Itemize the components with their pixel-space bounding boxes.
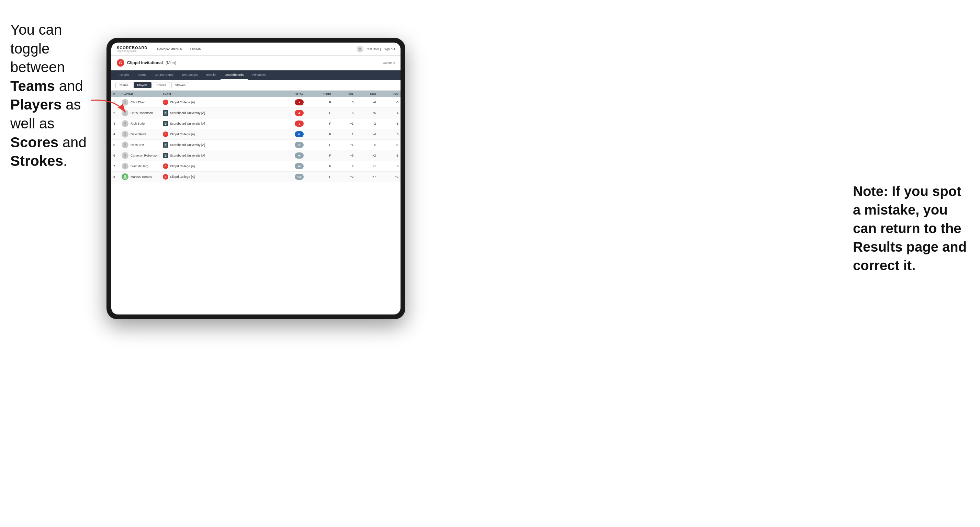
toggle-teams[interactable]: Teams — [115, 82, 132, 88]
player-avatar — [122, 141, 129, 148]
cell-team: SScoreboard University [A] — [161, 119, 266, 129]
players-table: # PLAYER TEAM TOTAL THRU RD1 RD2 RD3 1El… — [111, 90, 401, 182]
cell-thru: F — [306, 171, 333, 182]
cell-rd2: +2 — [356, 150, 378, 161]
tab-tee-groups[interactable]: Tee Groups — [178, 70, 202, 80]
sub-nav: Details Teams Course Setup Tee Groups Re… — [111, 70, 401, 80]
tournament-title: C Clippd Invitational (Men) — [117, 59, 176, 67]
cell-team: CClippd College [A] — [161, 171, 266, 182]
team-name: Clippd College [A] — [170, 101, 195, 104]
cell-rd3: +3 — [378, 129, 401, 140]
cell-thru: F — [306, 108, 333, 119]
cell-rank: 7 — [111, 161, 119, 171]
cell-rd3: E — [378, 140, 401, 150]
col-rd3: RD3 — [378, 90, 401, 97]
tab-details[interactable]: Details — [115, 70, 133, 80]
cell-rd1: +1 — [333, 119, 356, 129]
player-avatar — [122, 131, 129, 138]
cell-team: CClippd College [A] — [161, 97, 266, 108]
tab-results[interactable]: Results — [202, 70, 221, 80]
toggle-scores[interactable]: Scores — [153, 82, 170, 88]
sign-out-link[interactable]: Sign out — [384, 48, 395, 51]
cell-total: +6 — [275, 150, 306, 161]
cell-spacer — [266, 97, 275, 108]
cell-team: SScoreboard University [A] — [161, 108, 266, 119]
top-nav: SCOREBOARD Powered by clippd TOURNAMENTS… — [111, 43, 401, 56]
team-name: Scoreboard University [A] — [170, 111, 205, 115]
tournament-header: C Clippd Invitational (Men) Cancel × — [111, 56, 401, 70]
cell-rd3: -4 — [378, 108, 401, 119]
tab-course-setup[interactable]: Course Setup — [150, 70, 178, 80]
cell-player: Rees Britt — [119, 140, 161, 150]
toggle-players[interactable]: Players — [134, 82, 151, 88]
table-row: 7Blair McHargCClippd College [A]+8F+2+1+… — [111, 161, 401, 171]
tab-leaderboards[interactable]: Leaderboards — [221, 70, 248, 80]
player-name: Rees Britt — [130, 143, 144, 147]
table-row: 3Rich ButlerSScoreboard University [A]-2… — [111, 119, 401, 129]
score-badge: +6 — [295, 152, 304, 159]
score-badge: +1 — [295, 142, 304, 148]
player-avatar — [122, 163, 129, 170]
col-player: PLAYER — [119, 90, 161, 97]
team-name: Clippd College [A] — [170, 165, 195, 168]
cell-rd1: +2 — [333, 161, 356, 171]
svg-point-10 — [124, 143, 126, 145]
cell-total: E — [275, 129, 306, 140]
score-badge: +11 — [295, 174, 304, 180]
table-row: 8Marcus TurnersCClippd College [A]+11F+2… — [111, 171, 401, 182]
team-logo-scoreboard: S — [163, 142, 168, 148]
cell-total: -8 — [275, 97, 306, 108]
team-name: Scoreboard University [A] — [170, 143, 205, 147]
team-logo-scoreboard: S — [163, 121, 168, 126]
cell-thru: F — [306, 161, 333, 171]
team-name: Scoreboard University [A] — [170, 154, 205, 157]
cell-rd2: +1 — [356, 161, 378, 171]
leaderboard-table: # PLAYER TEAM TOTAL THRU RD1 RD2 RD3 1El… — [111, 90, 401, 314]
arrow-icon — [88, 97, 129, 117]
svg-point-6 — [124, 122, 126, 124]
cell-rd2: -4 — [356, 129, 378, 140]
svg-point-13 — [124, 154, 126, 156]
cancel-button[interactable]: Cancel × — [383, 61, 395, 65]
cell-total: -4 — [275, 108, 306, 119]
cell-total: -2 — [275, 119, 306, 129]
col-total: TOTAL — [275, 90, 306, 97]
cell-spacer — [266, 150, 275, 161]
logo-title: SCOREBOARD — [117, 46, 147, 50]
user-label: Test User | — [366, 48, 381, 51]
team-logo-clippd: C — [163, 163, 168, 169]
right-annotation: Note: If you spot a mistake, you can ret… — [853, 182, 970, 275]
nav-teams[interactable]: TEAMS — [186, 43, 205, 56]
cell-player: David Ford — [119, 129, 161, 140]
svg-text:S: S — [165, 144, 167, 146]
table-header-row: # PLAYER TEAM TOTAL THRU RD1 RD2 RD3 — [111, 90, 401, 97]
cell-rank: 6 — [111, 150, 119, 161]
cell-rd1: +5 — [333, 150, 356, 161]
player-name: Marcus Turners — [130, 175, 152, 179]
cell-rd1: -5 — [333, 108, 356, 119]
cell-thru: F — [306, 129, 333, 140]
cell-rd2: +5 — [356, 108, 378, 119]
cell-team: SScoreboard University [A] — [161, 150, 266, 161]
cell-rd2: -2 — [356, 119, 378, 129]
cell-rank: 5 — [111, 140, 119, 150]
nav-tournaments[interactable]: TOURNAMENTS — [153, 43, 186, 56]
tab-printables[interactable]: Printables — [248, 70, 270, 80]
cell-player: Cameron Robertson — [119, 150, 161, 161]
player-avatar — [122, 152, 129, 159]
player-name: Elliot Ebert — [130, 101, 146, 104]
tab-teams[interactable]: Teams — [133, 70, 151, 80]
table-row: 1Elliot EbertCClippd College [A]-8F+3-6-… — [111, 97, 401, 108]
cell-rd3: -5 — [378, 97, 401, 108]
toggle-strokes[interactable]: Strokes — [172, 82, 189, 88]
player-name: Rich Butler — [130, 122, 146, 125]
score-badge: -8 — [295, 99, 304, 105]
cell-rd1: +3 — [333, 97, 356, 108]
logo-subtitle: Powered by clippd — [117, 50, 147, 52]
cell-rd3: +6 — [378, 161, 401, 171]
left-annotation: You can toggle between Teams and Players… — [10, 21, 103, 171]
player-name: David Ford — [130, 133, 146, 136]
score-badge: -2 — [295, 121, 304, 127]
nav-user: Test User | Sign out — [356, 46, 395, 52]
cell-rank: 3 — [111, 119, 119, 129]
